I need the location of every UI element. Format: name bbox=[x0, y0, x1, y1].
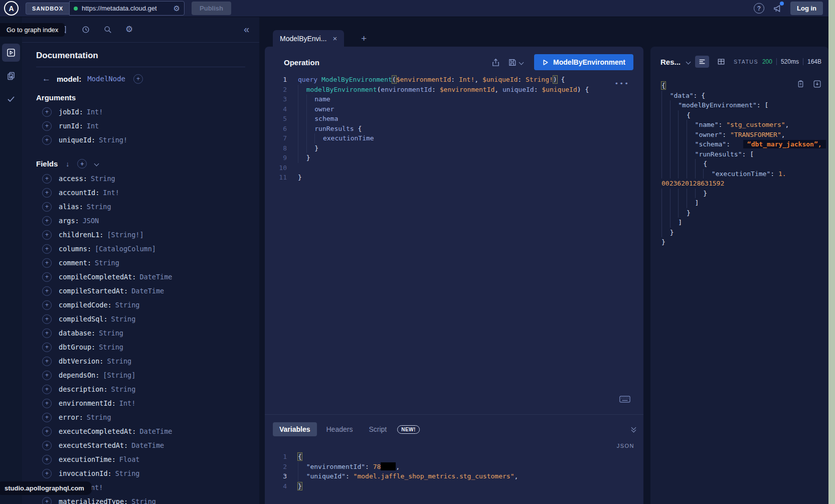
apollo-logo[interactable]: A bbox=[4, 1, 19, 16]
new-tab-icon[interactable]: + bbox=[361, 33, 367, 44]
publish-button[interactable]: Publish bbox=[192, 2, 231, 15]
field-type-link[interactable]: DateTime bbox=[139, 273, 172, 281]
query-editor[interactable]: 1query ModelByEnvironment($environmentId… bbox=[265, 72, 643, 415]
doc-field-row[interactable]: accountId:Int! bbox=[36, 186, 245, 200]
field-type-link[interactable]: [CatalogColumn] bbox=[95, 245, 156, 253]
field-type-link[interactable]: Int bbox=[87, 122, 99, 130]
add-to-query-icon[interactable] bbox=[42, 385, 52, 394]
doc-field-row[interactable]: materializedType:String bbox=[36, 494, 245, 504]
field-type-link[interactable]: String bbox=[91, 175, 115, 183]
copy-response-icon[interactable] bbox=[796, 80, 805, 88]
add-to-query-icon[interactable] bbox=[42, 314, 52, 324]
doc-field-row[interactable]: compiledCode:String bbox=[36, 298, 245, 312]
doc-field-row[interactable]: invocationId:String bbox=[36, 466, 245, 480]
add-to-query-icon[interactable] bbox=[42, 174, 52, 184]
sort-fields-icon[interactable]: ↓ bbox=[66, 160, 69, 168]
doc-argument-row[interactable]: uniqueId:String! bbox=[36, 133, 245, 147]
save-icon[interactable] bbox=[508, 58, 517, 67]
close-tab-icon[interactable]: × bbox=[332, 34, 337, 43]
help-icon[interactable]: ? bbox=[754, 3, 764, 14]
response-table-view-icon[interactable] bbox=[714, 56, 728, 68]
tab-headers[interactable]: Headers bbox=[320, 422, 360, 436]
response-chevron-icon[interactable] bbox=[686, 59, 691, 64]
add-to-query-icon[interactable] bbox=[42, 399, 52, 408]
field-type-link[interactable]: String bbox=[95, 259, 119, 267]
add-to-query-icon[interactable] bbox=[42, 371, 52, 380]
doc-field-row[interactable]: compileCompletedAt:DateTime bbox=[36, 270, 245, 284]
field-type-link[interactable]: DateTime bbox=[131, 441, 164, 449]
field-type-link[interactable]: Int! bbox=[87, 108, 103, 116]
add-to-query-icon[interactable] bbox=[42, 497, 52, 504]
field-type-link[interactable]: String bbox=[87, 203, 111, 211]
doc-field-row[interactable]: dbtGroup:String bbox=[36, 340, 245, 354]
doc-field-row[interactable]: comment:String bbox=[36, 256, 245, 270]
explorer-tab-icon[interactable] bbox=[2, 44, 20, 62]
doc-field-row[interactable]: args:JSON bbox=[36, 214, 245, 228]
add-to-query-icon[interactable] bbox=[42, 286, 52, 296]
collapse-variables-icon[interactable] bbox=[632, 427, 635, 432]
field-type-link[interactable]: [String] bbox=[103, 371, 135, 379]
schema-tab-icon[interactable] bbox=[2, 67, 20, 85]
add-all-fields-icon[interactable] bbox=[133, 74, 143, 84]
doc-field-row[interactable]: dbtVersion:String bbox=[36, 354, 245, 368]
add-to-query-icon[interactable] bbox=[42, 469, 52, 478]
endpoint-url-input[interactable]: https://metadata.cloud.get ⚙ bbox=[69, 1, 185, 16]
doc-field-row[interactable]: columns:[CatalogColumn] bbox=[36, 242, 245, 256]
add-to-query-icon[interactable] bbox=[42, 258, 52, 268]
run-operation-button[interactable]: ModelByEnvironment bbox=[534, 54, 633, 70]
add-to-query-icon[interactable] bbox=[42, 343, 52, 352]
doc-field-row[interactable]: executeStartedAt:DateTime bbox=[36, 438, 245, 452]
field-type-link[interactable]: Int! bbox=[103, 189, 119, 197]
add-to-query-icon[interactable] bbox=[42, 121, 52, 131]
endpoint-url-text[interactable]: https://metadata.cloud.get bbox=[82, 5, 172, 12]
share-icon[interactable] bbox=[491, 58, 500, 67]
field-type-link[interactable]: String! bbox=[99, 136, 127, 144]
field-type-link[interactable]: Float bbox=[119, 455, 140, 463]
add-to-query-icon[interactable] bbox=[42, 427, 52, 436]
announcements-icon[interactable] bbox=[772, 4, 782, 14]
field-type-link[interactable]: DateTime bbox=[131, 287, 164, 295]
doc-field-row[interactable]: childrenL1:[String!] bbox=[36, 228, 245, 242]
doc-field-row[interactable]: environmentId:Int! bbox=[36, 396, 245, 410]
field-type-link[interactable]: String bbox=[115, 469, 140, 477]
add-to-query-icon[interactable] bbox=[42, 455, 52, 464]
tab-modelbyenvironment[interactable]: ModelByEnvi... × bbox=[273, 30, 344, 47]
field-type-link[interactable]: String bbox=[87, 413, 111, 421]
variables-editor[interactable]: 1{2"environmentId": 78,3"uniqueId": "mod… bbox=[265, 440, 643, 491]
add-to-query-icon[interactable] bbox=[42, 107, 52, 117]
doc-argument-row[interactable]: jobId:Int! bbox=[36, 105, 245, 119]
login-button[interactable]: Log in bbox=[790, 2, 823, 15]
field-type-link[interactable]: String bbox=[99, 329, 123, 337]
breadcrumb-type-link[interactable]: ModelNode bbox=[87, 75, 125, 83]
field-type-link[interactable]: String bbox=[99, 343, 123, 351]
response-raw-view-icon[interactable] bbox=[695, 56, 709, 68]
add-to-query-icon[interactable] bbox=[42, 300, 52, 310]
field-type-link[interactable]: JSON bbox=[83, 217, 99, 225]
doc-field-row[interactable]: description:String bbox=[36, 382, 245, 396]
doc-field-row[interactable]: database:String bbox=[36, 326, 245, 340]
doc-field-row[interactable]: compileStartedAt:DateTime bbox=[36, 284, 245, 298]
doc-field-row[interactable]: error:String bbox=[36, 410, 245, 424]
editor-menu-icon[interactable]: ••• bbox=[615, 79, 629, 89]
add-to-query-icon[interactable] bbox=[42, 202, 52, 212]
field-type-link[interactable]: String bbox=[115, 301, 140, 309]
doc-field-row[interactable]: access:String bbox=[36, 172, 245, 186]
add-to-query-icon[interactable] bbox=[42, 272, 52, 282]
field-type-link[interactable]: String bbox=[111, 385, 136, 393]
field-type-link[interactable]: DateTime bbox=[139, 427, 172, 435]
tab-script[interactable]: Script bbox=[362, 422, 393, 436]
add-to-query-icon[interactable] bbox=[42, 328, 52, 338]
history-icon[interactable] bbox=[81, 25, 90, 34]
field-type-link[interactable]: String bbox=[107, 357, 131, 365]
save-chevron-icon[interactable] bbox=[519, 60, 524, 65]
field-type-link[interactable]: Int! bbox=[119, 399, 136, 407]
endpoint-settings-icon[interactable]: ⚙ bbox=[174, 4, 180, 13]
add-to-query-icon[interactable] bbox=[42, 357, 52, 366]
add-to-query-icon[interactable] bbox=[42, 230, 52, 240]
docs-settings-icon[interactable]: ⚙ bbox=[125, 24, 133, 35]
field-type-link[interactable]: String bbox=[131, 497, 156, 504]
doc-argument-row[interactable]: runId:Int bbox=[36, 119, 245, 133]
doc-field-row[interactable]: executionTime:Float bbox=[36, 452, 245, 466]
doc-field-row[interactable]: compiledSql:String bbox=[36, 312, 245, 326]
doc-field-row[interactable]: dependsOn:[String] bbox=[36, 368, 245, 382]
